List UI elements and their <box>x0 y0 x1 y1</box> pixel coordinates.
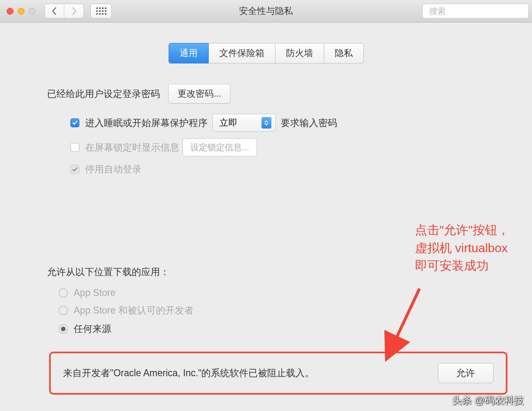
close-window-button[interactable] <box>7 8 14 15</box>
chevron-left-icon <box>52 7 57 15</box>
watermark: 头条 @码农科技 <box>452 394 524 407</box>
show-message-label: 在屏幕锁定时显示信息 <box>85 141 179 154</box>
allow-downloads-section: 允许从以下位置下载的应用： App Store App Store 和被认可的开… <box>47 266 491 395</box>
search-input[interactable] <box>429 7 532 16</box>
checkmark-icon <box>72 166 78 173</box>
delay-select-value: 立即 <box>219 117 237 129</box>
tab-firewall[interactable]: 防火墙 <box>275 43 324 63</box>
radio-button <box>59 324 68 334</box>
disable-autologin-label: 停用自动登录 <box>85 163 142 176</box>
radio-button <box>59 306 68 315</box>
radio-label: App Store 和被认可的开发者 <box>74 304 194 317</box>
radio-appstore[interactable]: App Store <box>59 287 491 298</box>
window-titlebar: 安全性与隐私 <box>0 0 532 23</box>
tab-privacy[interactable]: 隐私 <box>324 43 364 63</box>
disable-autologin-row: 停用自动登录 <box>70 163 491 176</box>
require-password-row: 进入睡眠或开始屏幕保护程序 立即 要求输入密码 <box>70 114 491 132</box>
radio-button <box>59 288 68 298</box>
show-message-checkbox[interactable] <box>70 143 79 152</box>
grid-icon <box>96 7 106 15</box>
select-stepper-icon <box>261 117 271 129</box>
tab-filevault[interactable]: 文件保险箱 <box>209 43 275 63</box>
show-message-row: 在屏幕锁定时显示信息 设定锁定信息... <box>70 138 491 156</box>
require-password-checkbox[interactable] <box>70 118 79 127</box>
radio-label: 任何来源 <box>74 323 111 335</box>
require-password-suffix: 要求输入密码 <box>281 117 337 129</box>
nav-buttons <box>45 4 84 18</box>
blocked-software-box: 来自开发者"Oracle America, Inc."的系统软件已被阻止载入。 … <box>49 352 507 395</box>
password-set-row: 已经给此用户设定登录密码 更改密码... <box>47 84 491 104</box>
checkmark-icon <box>72 120 78 126</box>
maximize-window-button[interactable] <box>29 8 36 15</box>
password-set-label: 已经给此用户设定登录密码 <box>47 88 160 100</box>
annotation-text: 点击"允许"按钮， 虚拟机 virtualbox 即可安装成功 <box>415 221 509 275</box>
window-title: 安全性与隐私 <box>239 5 293 17</box>
chevron-right-icon <box>71 7 77 15</box>
tab-general[interactable]: 通用 <box>169 43 209 63</box>
radio-label: App Store <box>74 287 115 298</box>
tab-bar: 通用 文件保险箱 防火墙 隐私 <box>41 43 491 63</box>
search-field[interactable] <box>422 4 529 18</box>
delay-select[interactable]: 立即 <box>212 114 276 132</box>
radio-appstore-identified[interactable]: App Store 和被认可的开发者 <box>59 304 491 317</box>
set-lock-message-button[interactable]: 设定锁定信息... <box>183 138 257 156</box>
change-password-button[interactable]: 更改密码... <box>168 84 230 104</box>
allow-button[interactable]: 允许 <box>438 363 494 383</box>
back-button[interactable] <box>45 4 64 18</box>
require-password-prefix: 进入睡眠或开始屏幕保护程序 <box>85 117 207 129</box>
show-all-button[interactable] <box>90 4 112 18</box>
forward-button[interactable] <box>64 4 84 18</box>
blocked-message: 来自开发者"Oracle America, Inc."的系统软件已被阻止载入。 <box>63 367 314 379</box>
disable-autologin-checkbox[interactable] <box>70 165 79 174</box>
radio-anywhere[interactable]: 任何来源 <box>59 323 491 335</box>
traffic-lights <box>7 8 36 15</box>
minimize-window-button[interactable] <box>18 8 25 15</box>
